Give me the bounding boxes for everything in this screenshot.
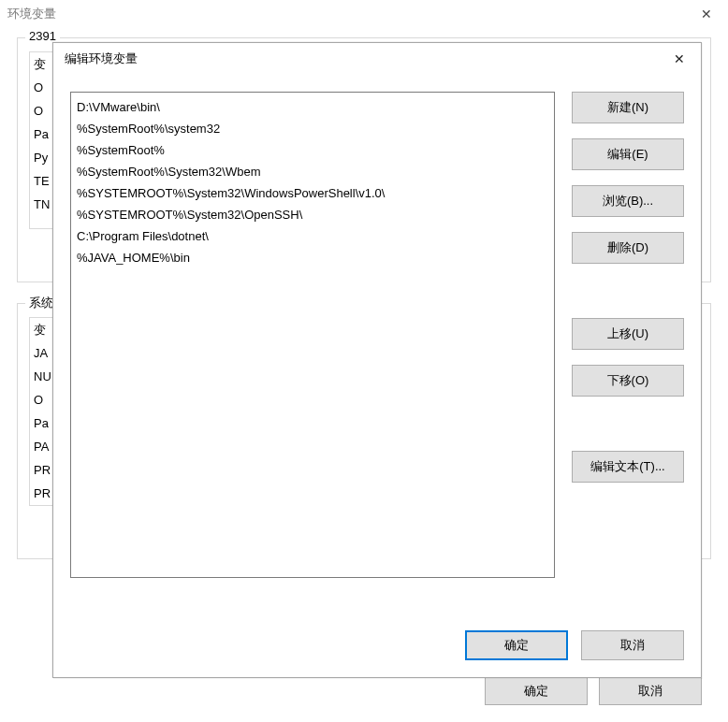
close-icon[interactable] (685, 0, 728, 28)
ok-button[interactable]: 确定 (485, 677, 588, 705)
close-icon[interactable] (658, 43, 701, 75)
dialog-title: 编辑环境变量 (65, 51, 138, 67)
list-item[interactable]: D:\VMware\bin\ (77, 96, 548, 118)
cancel-button[interactable]: 取消 (581, 630, 684, 660)
list-item[interactable]: %SYSTEMROOT%\System32\OpenSSH\ (77, 204, 548, 225)
list-item[interactable]: %JAVA_HOME%\bin (77, 247, 548, 268)
list-item[interactable]: %SystemRoot% (77, 139, 548, 161)
edit-environment-variable-dialog: 编辑环境变量 D:\VMware\bin\ %SystemRoot%\syste… (52, 42, 702, 678)
ok-button[interactable]: 确定 (465, 630, 568, 660)
dialog-titlebar: 编辑环境变量 (53, 43, 701, 75)
window-titlebar: 环境变量 (0, 0, 728, 28)
move-up-button[interactable]: 上移(U) (572, 318, 684, 350)
spacer (572, 412, 684, 436)
path-entries-list[interactable]: D:\VMware\bin\ %SystemRoot%\system32 %Sy… (70, 92, 555, 578)
spacer (572, 279, 684, 303)
window-bottom-buttons: 确定 取消 (485, 677, 702, 705)
browse-button[interactable]: 浏览(B)... (572, 185, 684, 217)
list-item[interactable]: %SystemRoot%\System32\Wbem (77, 161, 548, 182)
dialog-body: D:\VMware\bin\ %SystemRoot%\system32 %Sy… (53, 75, 701, 617)
delete-button[interactable]: 删除(D) (572, 232, 684, 264)
list-item[interactable]: %SystemRoot%\system32 (77, 118, 548, 139)
edit-text-button[interactable]: 编辑文本(T)... (572, 451, 684, 483)
window-title: 环境变量 (7, 6, 56, 22)
list-item[interactable]: C:\Program Files\dotnet\ (77, 225, 548, 247)
list-item[interactable]: %SYSTEMROOT%\System32\WindowsPowerShell\… (77, 182, 548, 204)
user-group-legend: 2391 (25, 29, 60, 43)
edit-button[interactable]: 编辑(E) (572, 138, 684, 170)
cancel-button[interactable]: 取消 (599, 677, 702, 705)
dialog-bottom-buttons: 确定 取消 (53, 617, 701, 677)
dialog-side-buttons: 新建(N) 编辑(E) 浏览(B)... 删除(D) 上移(U) 下移(O) 编… (572, 92, 684, 617)
move-down-button[interactable]: 下移(O) (572, 365, 684, 397)
new-button[interactable]: 新建(N) (572, 92, 684, 123)
